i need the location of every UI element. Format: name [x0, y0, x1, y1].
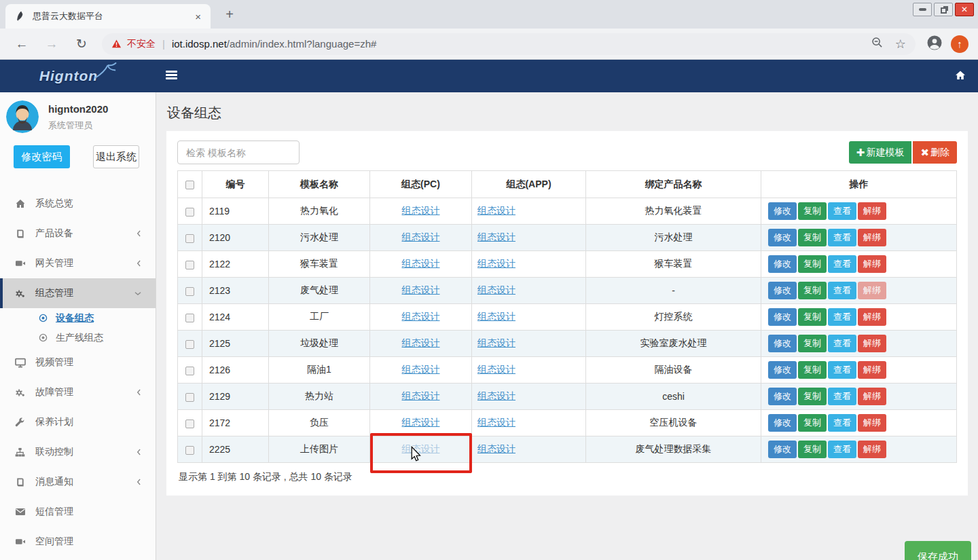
view-button[interactable]: 查看 — [828, 388, 856, 405]
unbind-button[interactable]: 解绑 — [858, 308, 886, 326]
unbind-button[interactable]: 解绑 — [858, 335, 886, 352]
sidebar-item-space-mgmt[interactable]: 空间管理 — [0, 527, 156, 557]
view-button[interactable]: 查看 — [828, 282, 856, 299]
view-button[interactable]: 查看 — [828, 255, 856, 273]
search-input[interactable] — [177, 141, 300, 164]
navbar-home-icon[interactable] — [955, 70, 966, 83]
copy-button[interactable]: 复制 — [798, 441, 827, 458]
app-design-link[interactable]: 组态设计 — [477, 205, 515, 216]
copy-button[interactable]: 复制 — [798, 202, 827, 220]
pc-design-link[interactable]: 组态设计 — [402, 311, 440, 322]
sidebar-item-product-device[interactable]: 产品设备 — [0, 219, 156, 248]
app-design-link[interactable]: 组态设计 — [477, 364, 515, 375]
app-design-link[interactable]: 组态设计 — [477, 311, 515, 322]
sidebar-item-fault-mgmt[interactable]: 故障管理 — [0, 377, 156, 407]
modify-button[interactable]: 修改 — [768, 255, 797, 273]
copy-button[interactable]: 复制 — [798, 255, 827, 273]
row-checkbox[interactable] — [185, 419, 194, 428]
copy-button[interactable]: 复制 — [798, 361, 827, 379]
pc-design-link[interactable]: 组态设计 — [402, 390, 440, 401]
row-checkbox[interactable] — [185, 446, 194, 455]
modify-button[interactable]: 修改 — [768, 441, 797, 458]
logout-button[interactable]: 退出系统 — [93, 145, 139, 168]
zoom-out-icon[interactable] — [871, 37, 883, 51]
window-restore-button[interactable] — [934, 3, 953, 16]
pc-design-link[interactable]: 组态设计 — [402, 417, 440, 428]
browser-update-icon[interactable]: ↑ — [951, 35, 968, 53]
modify-button[interactable]: 修改 — [768, 229, 797, 246]
pc-design-link[interactable]: 组态设计 — [402, 231, 440, 242]
browser-profile-icon[interactable] — [926, 35, 943, 54]
view-button[interactable]: 查看 — [828, 229, 856, 246]
unbind-button[interactable]: 解绑 — [858, 414, 886, 432]
modify-button[interactable]: 修改 — [768, 282, 797, 299]
app-design-link[interactable]: 组态设计 — [477, 231, 515, 242]
row-checkbox[interactable] — [185, 234, 194, 243]
menu-toggle-button[interactable] — [166, 71, 177, 81]
address-bar[interactable]: 不安全 | iot.idosp.net/admin/index.html?lan… — [102, 33, 916, 55]
sidebar-item-maintenance-plan[interactable]: 保养计划 — [0, 407, 156, 437]
unbind-button[interactable]: 解绑 — [858, 282, 886, 299]
pc-design-link[interactable]: 组态设计 — [402, 364, 440, 375]
sidebar-item-scada-mgmt[interactable]: 组态管理 — [0, 278, 156, 308]
unbind-button[interactable]: 解绑 — [858, 229, 886, 246]
sidebar-subitem-device-scada[interactable]: 设备组态 — [0, 308, 156, 328]
sidebar-subitem-line-scada[interactable]: 生产线组态 — [0, 328, 156, 348]
unbind-button[interactable]: 解绑 — [858, 361, 886, 379]
change-password-button[interactable]: 修改密码 — [14, 145, 70, 168]
unbind-button[interactable]: 解绑 — [858, 388, 886, 405]
modify-button[interactable]: 修改 — [768, 361, 797, 379]
view-button[interactable]: 查看 — [828, 202, 856, 220]
view-button[interactable]: 查看 — [828, 414, 856, 432]
row-checkbox[interactable] — [185, 340, 194, 349]
pc-design-link[interactable]: 组态设计 — [402, 258, 440, 269]
bookmark-star-icon[interactable]: ☆ — [895, 37, 906, 52]
modify-button[interactable]: 修改 — [768, 202, 797, 220]
select-all-checkbox[interactable] — [185, 181, 194, 189]
copy-button[interactable]: 复制 — [798, 388, 827, 405]
app-design-link[interactable]: 组态设计 — [477, 390, 515, 401]
window-close-button[interactable]: ✕ — [955, 3, 974, 16]
sidebar-item-gateway-mgmt[interactable]: 网关管理 — [0, 248, 156, 278]
row-checkbox[interactable] — [185, 208, 194, 217]
modify-button[interactable]: 修改 — [768, 308, 797, 326]
sidebar-item-video-mgmt[interactable]: 视频管理 — [0, 348, 156, 377]
delete-button[interactable]: ✖删除 — [913, 141, 957, 164]
pc-design-link[interactable]: 组态设计 — [402, 205, 440, 216]
row-checkbox[interactable] — [185, 367, 194, 375]
tab-close-icon[interactable]: × — [192, 11, 204, 22]
sidebar-item-linkage-control[interactable]: 联动控制 — [0, 437, 156, 467]
app-design-link[interactable]: 组态设计 — [477, 258, 515, 269]
app-design-link[interactable]: 组态设计 — [477, 417, 515, 428]
copy-button[interactable]: 复制 — [798, 229, 827, 246]
unbind-button[interactable]: 解绑 — [858, 202, 886, 220]
copy-button[interactable]: 复制 — [798, 335, 827, 352]
new-tab-button[interactable]: + — [221, 7, 238, 23]
row-checkbox[interactable] — [185, 261, 194, 269]
copy-button[interactable]: 复制 — [798, 414, 827, 432]
reload-icon[interactable]: ↻ — [73, 36, 90, 52]
row-checkbox[interactable] — [185, 314, 194, 322]
view-button[interactable]: 查看 — [828, 308, 856, 326]
view-button[interactable]: 查看 — [828, 335, 856, 352]
modify-button[interactable]: 修改 — [768, 335, 797, 352]
security-warning-icon[interactable] — [111, 39, 122, 49]
modify-button[interactable]: 修改 — [768, 388, 797, 405]
app-design-link[interactable]: 组态设计 — [477, 337, 515, 348]
sidebar-item-sms-mgmt[interactable]: 短信管理 — [0, 497, 156, 527]
sidebar-item-message-notify[interactable]: 消息通知 — [0, 467, 156, 497]
new-template-button[interactable]: ✚新建模板 — [849, 141, 912, 164]
unbind-button[interactable]: 解绑 — [858, 441, 886, 458]
window-minimize-button[interactable] — [913, 3, 932, 16]
app-design-link[interactable]: 组态设计 — [477, 284, 515, 295]
view-button[interactable]: 查看 — [828, 361, 856, 379]
pc-design-link[interactable]: 组态设计 — [402, 284, 440, 295]
app-design-link[interactable]: 组态设计 — [477, 443, 515, 454]
modify-button[interactable]: 修改 — [768, 414, 797, 432]
back-icon[interactable]: ← — [14, 37, 30, 52]
copy-button[interactable]: 复制 — [798, 282, 827, 299]
sidebar-item-system-overview[interactable]: 系统总览 — [0, 189, 156, 219]
copy-button[interactable]: 复制 — [798, 308, 827, 326]
row-checkbox[interactable] — [185, 287, 194, 296]
unbind-button[interactable]: 解绑 — [858, 255, 886, 273]
